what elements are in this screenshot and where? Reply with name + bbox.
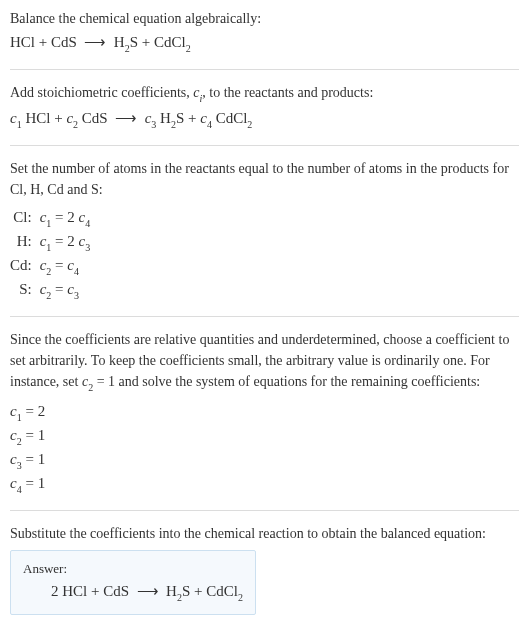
c-sub: 2	[88, 382, 93, 393]
text-a: Add stoichiometric coefficients,	[10, 85, 193, 100]
equation-cell: c2 = c3	[40, 278, 97, 302]
atom-equation-table: Cl:c1 = 2 c4H:c1 = 2 c3Cd:c2 = c4S:c2 = …	[10, 206, 96, 302]
equation-unbalanced: HCl + CdS ⟶ H2S + CdCl2	[10, 31, 519, 55]
section-substitute: Substitute the coefficients into the che…	[10, 510, 519, 616]
equation-cell: c2 = c4	[40, 254, 97, 278]
ci-sub: i	[199, 93, 202, 104]
c-sub: 4	[207, 119, 212, 130]
c-var: c	[200, 110, 207, 126]
section-solve: Since the coefficients are relative quan…	[10, 316, 519, 496]
section-atom-equations: Set the number of atoms in the reactants…	[10, 145, 519, 302]
subscript: 2	[177, 592, 182, 603]
text-b: , to the reactants and products:	[202, 85, 373, 100]
table-row: H:c1 = 2 c3	[10, 230, 96, 254]
element-cell: Cd:	[10, 254, 40, 278]
section-balance-prompt: Balance the chemical equation algebraica…	[10, 8, 519, 55]
subscript: 2	[171, 119, 176, 130]
table-row: S:c2 = c3	[10, 278, 96, 302]
answer-label: Answer:	[23, 559, 243, 579]
equation-with-coeffs: c1 HCl + c2 CdS ⟶ c3 H2S + c4 CdCl2	[10, 107, 519, 131]
eq-part: S +	[176, 110, 200, 126]
subscript: 2	[238, 592, 243, 603]
arrow-icon: ⟶	[115, 110, 137, 126]
arrow-icon: ⟶	[84, 34, 106, 50]
text-line: Set the number of atoms in the reactants…	[10, 158, 519, 200]
eq-part: CdCl	[212, 110, 247, 126]
eq-right-a: H	[166, 583, 177, 599]
eq-right-b: S + CdCl	[182, 583, 238, 599]
equation-cell: c1 = 2 c4	[40, 206, 97, 230]
eq-right-a: H	[114, 34, 125, 50]
section-stoichiometric: Add stoichiometric coefficients, ci, to …	[10, 69, 519, 131]
equation-cell: c1 = 2 c3	[40, 230, 97, 254]
answer-box: Answer: 2 HCl + CdS ⟶ H2S + CdCl2	[10, 550, 256, 616]
c-var: c	[10, 110, 17, 126]
text-line: Balance the chemical equation algebraica…	[10, 8, 519, 29]
coefficient-solution-list: c1 = 2c2 = 1c3 = 1c4 = 1	[10, 400, 519, 496]
text-b: = 1 and solve the system of equations fo…	[93, 374, 480, 389]
coefficient-row: c3 = 1	[10, 448, 519, 472]
table-row: Cl:c1 = 2 c4	[10, 206, 96, 230]
eq-part: H	[156, 110, 171, 126]
element-cell: S:	[10, 278, 40, 302]
text-line: Since the coefficients are relative quan…	[10, 329, 519, 394]
eq-part: HCl +	[22, 110, 67, 126]
table-row: Cd:c2 = c4	[10, 254, 96, 278]
coefficient-row: c4 = 1	[10, 472, 519, 496]
eq-right-b: S + CdCl	[130, 34, 186, 50]
subscript: 2	[247, 119, 252, 130]
subscript: 2	[125, 43, 130, 54]
c-sub: 3	[151, 119, 156, 130]
coefficient-row: c1 = 2	[10, 400, 519, 424]
text-line: Add stoichiometric coefficients, ci, to …	[10, 82, 519, 105]
element-cell: Cl:	[10, 206, 40, 230]
eq-left: 2 HCl + CdS	[51, 583, 129, 599]
eq-left: HCl + CdS	[10, 34, 77, 50]
c-sub: 1	[17, 119, 22, 130]
element-cell: H:	[10, 230, 40, 254]
coefficient-row: c2 = 1	[10, 424, 519, 448]
equation-balanced: 2 HCl + CdS ⟶ H2S + CdCl2	[23, 580, 243, 604]
text-line: Substitute the coefficients into the che…	[10, 523, 519, 544]
eq-part: CdS	[78, 110, 108, 126]
arrow-icon: ⟶	[137, 583, 159, 599]
subscript: 2	[186, 43, 191, 54]
c-sub: 2	[73, 119, 78, 130]
